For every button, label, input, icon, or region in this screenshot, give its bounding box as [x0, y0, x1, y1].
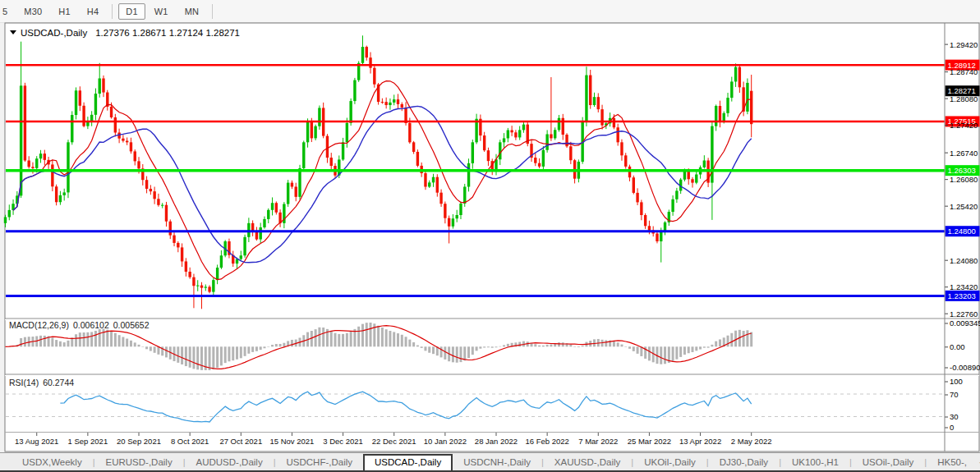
price-axis-tick: 1.28740	[950, 67, 978, 76]
date-axis-tick: 22 Dec 2021	[372, 437, 416, 446]
tab-eurusd-daily[interactable]: EURUSD-,Daily	[95, 455, 183, 470]
chart-title-line: USDCAD-,Daily1.27376 1.28671 1.27124 1.2…	[21, 28, 240, 38]
price-axis-tick: 1.23420	[950, 282, 978, 291]
price-axis-tick: 1.25420	[950, 202, 978, 211]
tab-usoil-daily[interactable]: USOil-,Daily	[852, 455, 925, 470]
tab-ukoil-daily[interactable]: UKOil-,Daily	[633, 455, 706, 470]
symbol-tabs-bar: USDX,Weekly|EURUSD-,Daily|AUDUSD-,Daily|…	[0, 452, 980, 472]
price-axis-tick: 1.24080	[950, 256, 978, 265]
price-axis-tick: 1.26740	[950, 149, 978, 158]
chart-window-frame	[5, 23, 979, 451]
macd-label: MACD(12,26,9)0.0061020.005652	[9, 320, 150, 330]
date-axis-tick: 20 Sep 2021	[117, 437, 161, 446]
tab-uk100-h1[interactable]: UK100-,H1	[781, 455, 849, 470]
rsi-axis-tick: 30	[950, 412, 959, 421]
macd-axis-tick: 0.00	[950, 342, 965, 351]
date-axis-tick: 3 Dec 2021	[323, 437, 363, 446]
macd-axis-tick: -0.008902	[950, 363, 980, 372]
tab-hk50[interactable]: HK50-,	[927, 455, 978, 470]
date-axis-tick: 7 Mar 2022	[578, 437, 618, 446]
chart-ohlc-values: 1.27376 1.28671 1.27124 1.28271	[95, 28, 240, 38]
chart-canvas[interactable]: 1.289121.275151.263031.248001.23203 1.29…	[0, 0, 980, 472]
price-level-badge: 1.24800	[948, 227, 976, 236]
rsi-axis-tick: 0	[950, 423, 954, 432]
date-axis-tick: 27 Oct 2021	[219, 437, 262, 446]
date-axis-tick: 2 May 2022	[731, 437, 772, 446]
tab-xauusd-daily[interactable]: XAUUSD-,Daily	[544, 455, 632, 470]
price-level-badge: 1.26303	[948, 166, 976, 175]
date-axis-tick: 16 Feb 2022	[525, 437, 568, 446]
tab-usdcad-daily[interactable]: USDCAD-,Daily	[363, 454, 453, 470]
tab-usdchf-daily[interactable]: USDCHF-,Daily	[276, 455, 364, 470]
tab-audusd-daily[interactable]: AUDUSD-,Daily	[186, 455, 274, 470]
date-axis-tick: 8 Oct 2021	[171, 437, 209, 446]
tab-dj30-daily[interactable]: DJ30-,Daily	[709, 455, 779, 470]
price-axis-tick: 1.29420	[950, 40, 978, 49]
date-axis-tick: 28 Jan 2022	[475, 437, 518, 446]
rsi-axis-tick: 70	[950, 390, 959, 399]
chart-symbol-period: USDCAD-,Daily	[21, 28, 87, 38]
price-axis-tick: 1.27420	[950, 121, 978, 130]
rsi-axis-tick: 100	[950, 377, 963, 386]
date-axis-tick: 25 Mar 2022	[628, 437, 671, 446]
date-axis-tick: 13 Aug 2021	[15, 437, 58, 446]
date-axis-tick: 10 Jan 2022	[424, 437, 467, 446]
price-level-badge: 1.23203	[948, 291, 976, 300]
tab-usdcnh-daily[interactable]: USDCNH-,Daily	[453, 455, 541, 470]
price-axis-tick: 1.22760	[950, 309, 978, 318]
date-axis-tick: 13 Apr 2022	[679, 437, 721, 446]
date-axis-tick: 1 Sep 2021	[68, 437, 108, 446]
date-axis-tick: 15 Nov 2021	[270, 437, 315, 446]
price-axis-tick: 1.26080	[950, 175, 978, 184]
tab-usdx-weekly[interactable]: USDX,Weekly	[12, 455, 93, 470]
current-price-badge: 1.28271	[948, 86, 976, 95]
